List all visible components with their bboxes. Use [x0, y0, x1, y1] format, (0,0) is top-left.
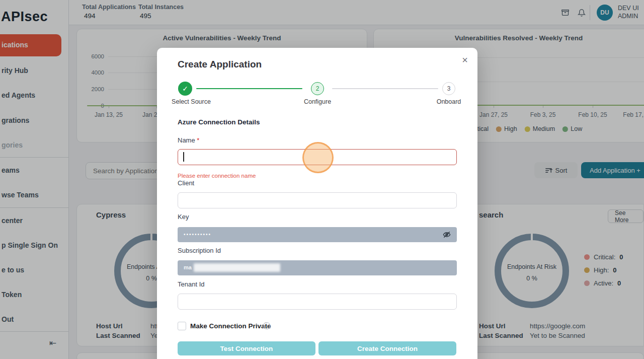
- step-label-onboard: Onboard: [437, 98, 461, 105]
- check-icon: ✓: [182, 85, 188, 93]
- create-connection-button[interactable]: Create Connection: [318, 341, 456, 355]
- name-field-label: Name *: [178, 136, 199, 144]
- subscription-input[interactable]: ma: [178, 260, 457, 275]
- make-private-checkbox[interactable]: [178, 322, 186, 330]
- text-caret: [183, 152, 184, 162]
- subscription-visible-text: ma: [184, 264, 192, 270]
- close-icon[interactable]: ×: [459, 54, 471, 66]
- info-icon[interactable]: ⓘ: [263, 322, 270, 331]
- stepper-connector-done: [196, 88, 302, 89]
- client-input[interactable]: [178, 192, 457, 208]
- make-private-label: Make Connection Private: [190, 322, 271, 330]
- name-error-message: Please enter connection name: [178, 173, 256, 179]
- eye-off-icon[interactable]: [443, 231, 451, 241]
- required-asterisk: *: [197, 136, 199, 144]
- redacted-value-blur: [194, 263, 280, 272]
- create-application-modal: Create Application × ✓ 2 3 Select Source…: [157, 48, 477, 359]
- modal-title: Create Application: [178, 59, 262, 70]
- stepper-connector-upcoming: [332, 88, 438, 89]
- masked-password-dots: ••••••••••: [184, 232, 211, 237]
- tenant-field-label: Tenant Id: [178, 280, 205, 288]
- step-number: 2: [316, 85, 319, 92]
- step-select-source-circle[interactable]: ✓: [178, 82, 192, 96]
- step-label-configure: Configure: [304, 98, 331, 105]
- test-connection-button[interactable]: Test Connection: [178, 341, 315, 355]
- step-number: 3: [447, 85, 451, 92]
- tenant-input[interactable]: [178, 294, 457, 310]
- section-heading: Azure Connection Details: [178, 118, 260, 126]
- step-label-select-source: Select Source: [172, 98, 211, 105]
- step-onboard-circle[interactable]: 3: [442, 82, 455, 95]
- step-configure-circle[interactable]: 2: [311, 82, 324, 95]
- key-input[interactable]: ••••••••••: [178, 227, 457, 242]
- subscription-field-label: Subscription Id: [178, 247, 221, 254]
- click-indicator: [302, 142, 334, 173]
- key-field-label: Key: [178, 213, 189, 221]
- client-field-label: Client: [178, 179, 194, 187]
- app-screen: APIsec ications rity Hub ed Agents grati…: [0, 0, 644, 359]
